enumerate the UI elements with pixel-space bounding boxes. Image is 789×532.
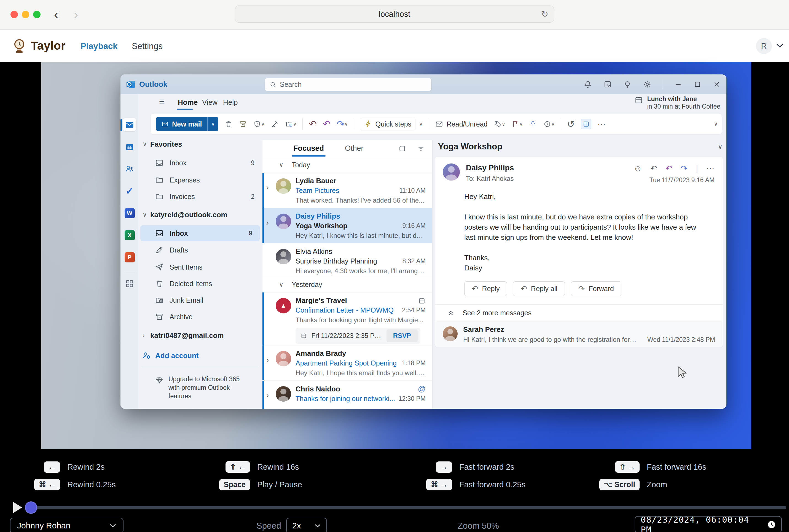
- shortcut-label: Fast forward 2s: [459, 462, 514, 472]
- reload-icon[interactable]: ↻: [541, 9, 548, 19]
- key-badge: Space: [219, 479, 250, 490]
- key-badge: ⌘ ←: [34, 479, 60, 490]
- app-title: Taylor: [31, 39, 65, 52]
- outlook-search-input: Search: [265, 78, 431, 91]
- key-badge: ⌥ Scroll: [599, 479, 640, 490]
- folder-drafts: Drafts: [138, 242, 262, 258]
- back-icon[interactable]: ‹: [54, 6, 58, 23]
- chevron-down-icon: ∨: [419, 121, 422, 127]
- shortcut-fast-forward-025s: ⌘ → Fast forward 0.25s: [425, 477, 525, 492]
- outlook-titlebar: Outlook Search: [120, 74, 727, 94]
- folder-favorites-inbox: Inbox 9: [138, 155, 262, 171]
- trash-icon: [155, 279, 164, 288]
- unread-indicator: [262, 208, 264, 243]
- folder-label: Sent Items: [170, 263, 203, 271]
- forward-icon[interactable]: ›: [74, 6, 78, 23]
- email-preview: Thanks for booking your flight with Marg…: [296, 316, 426, 324]
- url-text: localhost: [379, 10, 410, 19]
- inbox-icon: [155, 229, 164, 238]
- window-close-button[interactable]: [11, 11, 18, 18]
- message-date: Tue 11/7/2023 9:16 AM: [634, 176, 715, 184]
- timestamp-display[interactable]: 08/23/2024, 06:00:04 PM: [635, 516, 782, 532]
- select-messages-icon: [398, 145, 406, 153]
- shortcut-label: Rewind 0.25s: [67, 480, 116, 489]
- read-unread-envelope-icon: [435, 120, 443, 128]
- outlook-logo-icon: [126, 79, 136, 89]
- email-subject: Confirmation Letter - MPOWMQ: [296, 306, 394, 314]
- speed-select[interactable]: 2x: [286, 518, 327, 532]
- group-header-yesterday: ∨ Yesterday: [262, 277, 432, 292]
- search-placeholder: Search: [280, 80, 302, 89]
- expand-thread-icon: ›: [266, 212, 275, 243]
- quick-steps-label: Quick steps: [375, 120, 411, 128]
- user-select[interactable]: Johnny Rohan: [10, 518, 124, 532]
- tab-settings[interactable]: Settings: [132, 41, 163, 51]
- more-options-icon: ⋯: [597, 119, 606, 129]
- rsvp-button: RSVP: [387, 329, 418, 342]
- flag-icon: [511, 120, 520, 128]
- chevron-right-icon: ›: [138, 332, 150, 339]
- folder-label: Archive: [170, 313, 192, 321]
- email-row: › ▲ Margie's Travel Confirmation Letter …: [262, 292, 432, 345]
- message-actions: ↶ Reply ↶ Reply all ↷ Forward: [435, 273, 723, 304]
- tab-playback[interactable]: Playback: [80, 41, 117, 51]
- avatar-initial: R: [761, 42, 767, 51]
- email-subject: Thanks for joining our networki...: [296, 395, 395, 403]
- folder-label: Junk Email: [170, 296, 203, 304]
- calendar-icon: [634, 95, 643, 105]
- chevron-down-icon: ∨: [138, 211, 150, 218]
- calendar-event-chip: Fri 11/22/2023 2:35 PM -... RSVP: [296, 328, 420, 344]
- email-subject: Surprise Birthday Planning: [296, 257, 377, 265]
- key-badge: ←: [44, 461, 60, 473]
- see-more-label: See 2 more messages: [463, 309, 531, 317]
- folder-label: Inbox: [170, 159, 186, 167]
- message-recipients: To: Katri Ahokas: [466, 175, 514, 183]
- body-paragraph: I know this is last minute, but do we ha…: [464, 212, 706, 243]
- tab-other: Other: [345, 144, 364, 153]
- calendar-rail-icon: [124, 142, 135, 152]
- seek-bar[interactable]: [26, 506, 786, 509]
- titlebar-divider: [663, 79, 663, 89]
- window-zoom-button[interactable]: [33, 11, 40, 18]
- todo-rail-icon: ✓: [124, 186, 135, 196]
- shortcut-fast-forward-16s: ⇧ → Fast forward 16s: [598, 460, 706, 474]
- email-sender: Elvia Atkins: [296, 247, 332, 256]
- snooze-clock-icon: [543, 120, 551, 128]
- play-button[interactable]: [13, 502, 22, 513]
- address-bar[interactable]: localhost ↻: [235, 5, 554, 23]
- account-menu-chevron-icon[interactable]: [776, 43, 784, 49]
- folder-label: Invoices: [170, 193, 195, 201]
- email-subject: Team Pictures: [296, 187, 339, 195]
- email-preview: Hey Katri, I know this is last minute, b…: [296, 232, 426, 240]
- mountain-logo-icon: ▲: [280, 302, 286, 309]
- ribbon-collapse-chevron-icon: ∨: [714, 120, 718, 127]
- email-sender: Margie's Travel: [296, 296, 347, 305]
- group-label: Today: [292, 161, 310, 169]
- chevron-down-icon: ∨: [138, 140, 150, 148]
- account-gmail-header: › katri0487@gmail.com: [138, 327, 262, 343]
- shortcut-rewind-2s: ← Rewind 2s: [33, 460, 105, 474]
- rail-divider: [124, 273, 135, 273]
- key-badge: ⇧ ←: [226, 461, 250, 473]
- search-icon: [269, 81, 277, 88]
- seek-handle[interactable]: [25, 501, 37, 514]
- junk-folder-icon: [155, 296, 164, 305]
- unread-count: 9: [251, 159, 262, 167]
- upgrade-text-line3: features: [168, 392, 240, 400]
- email-time: 8:32 AM: [402, 258, 426, 265]
- reminder-title: Lunch with Jane: [647, 95, 721, 103]
- toolbar-divider: [302, 118, 303, 130]
- folder-expenses: Expenses: [138, 172, 262, 188]
- user-avatar[interactable]: R: [756, 38, 772, 54]
- collapsed-date: Wed 11/1/2023 2:48 PM: [647, 336, 715, 343]
- maximize-icon: [693, 80, 701, 89]
- shortcut-label: Rewind 16s: [257, 462, 299, 472]
- message-sender: Daisy Philips: [466, 164, 514, 172]
- group-header-today: ∨ Today: [262, 157, 432, 173]
- email-time: 12:30 PM: [399, 395, 426, 402]
- window-minimize-button[interactable]: [22, 11, 29, 18]
- move-to-folder-icon: [285, 120, 293, 128]
- reply-all-icon: ↶: [521, 284, 527, 293]
- drafts-pencil-icon: [155, 245, 164, 255]
- shortcut-label: Rewind 2s: [67, 462, 105, 472]
